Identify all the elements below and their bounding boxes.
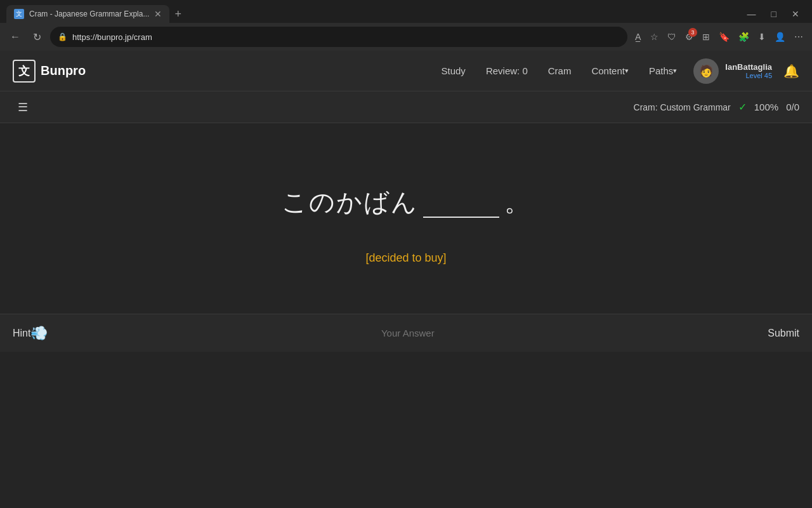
nav-links: Study Review: 0 Cram Content Paths [431, 51, 688, 91]
submit-button[interactable]: Submit [768, 328, 799, 339]
question-blank [423, 188, 499, 218]
hint-text: [decided to buy] [365, 251, 446, 265]
question-area: このかばん 。 [decided to buy] [0, 123, 812, 314]
main-content: ☰ Cram: Custom Grammar ✓ 100% 0/0 このかばん … [0, 91, 812, 508]
active-tab[interactable]: 文 Cram - Japanese Grammar Expla... ✕ [6, 5, 169, 23]
maximize-button[interactable]: □ [765, 6, 783, 22]
translate-icon[interactable]: A̲ [632, 29, 644, 44]
avatar: 🧑 [693, 58, 719, 84]
logo-text: Bunpro [41, 64, 86, 78]
back-button[interactable]: ← [6, 29, 24, 45]
score: 0/0 [786, 102, 799, 112]
answer-input[interactable] [48, 328, 768, 338]
nav-review[interactable]: Review: 0 [476, 51, 538, 91]
nav-paths[interactable]: Paths [639, 51, 687, 91]
top-bar: ☰ Cram: Custom Grammar ✓ 100% 0/0 [0, 91, 812, 123]
address-bar[interactable]: 🔒 [50, 27, 627, 47]
nav-content[interactable]: Content [581, 51, 639, 91]
downloads-icon[interactable]: ⬇ [756, 29, 768, 44]
new-tab-button[interactable]: + [169, 8, 187, 21]
browser-chrome: 文 Cram - Japanese Grammar Expla... ✕ + —… [0, 0, 812, 51]
extensions-icon[interactable]: 🧩 [736, 29, 752, 44]
bell-icon[interactable]: 🔔 [783, 64, 799, 79]
shield-icon[interactable]: 🛡 [665, 29, 679, 44]
user-info: IanBattaglia Level 45 [725, 62, 772, 79]
logo[interactable]: 文 Bunpro [13, 60, 86, 83]
tab-bar: 文 Cram - Japanese Grammar Expla... ✕ + —… [0, 0, 812, 23]
collections-icon[interactable]: 🔖 [716, 29, 732, 44]
question-before: このかばん [282, 185, 418, 220]
nav-study[interactable]: Study [431, 51, 476, 91]
hamburger-icon[interactable]: ☰ [13, 98, 33, 117]
browser-toolbar: ← ↻ 🔒 A̲ ☆ 🛡 ⚙ 3 ⊞ 🔖 🧩 ⬇ 👤 ⋯ [0, 23, 812, 51]
close-tab-button[interactable]: ✕ [154, 9, 162, 19]
answer-bar: Hint 💨 Submit [0, 314, 812, 352]
more-icon[interactable]: ⋯ [792, 29, 806, 44]
nav-cram[interactable]: Cram [538, 51, 582, 91]
question-text: このかばん 。 [282, 185, 531, 220]
nav-user: 🧑 IanBattaglia Level 45 🔔 [693, 58, 799, 84]
extension-icon[interactable]: ⚙ 3 [683, 29, 696, 44]
close-button[interactable]: ✕ [785, 6, 806, 22]
running-icon: 💨 [30, 325, 48, 342]
tab-title: Cram - Japanese Grammar Expla... [29, 10, 149, 18]
extension-badge: 3 [688, 28, 697, 37]
toolbar-icons: A̲ ☆ 🛡 ⚙ 3 ⊞ 🔖 🧩 ⬇ 👤 ⋯ [632, 29, 806, 44]
avatar-emoji: 🧑 [699, 64, 713, 78]
profile-icon[interactable]: 👤 [772, 29, 788, 44]
tab-favicon: 文 [14, 9, 24, 19]
url-input[interactable] [72, 32, 620, 42]
app-nav: 文 Bunpro Study Review: 0 Cram Content Pa… [0, 51, 812, 91]
window-controls: — □ ✕ [741, 6, 806, 22]
cram-info: Cram: Custom Grammar ✓ 100% 0/0 [634, 101, 799, 113]
user-name: IanBattaglia [725, 62, 772, 72]
lock-icon: 🔒 [58, 32, 67, 41]
user-level: Level 45 [725, 72, 772, 79]
favorites-icon[interactable]: ☆ [648, 29, 661, 44]
accuracy: 100% [754, 102, 778, 112]
minimize-button[interactable]: — [741, 6, 763, 22]
logo-icon: 文 [13, 60, 36, 83]
hint-button[interactable]: Hint [13, 328, 30, 339]
check-icon: ✓ [738, 101, 747, 113]
cram-title: Cram: Custom Grammar [634, 102, 731, 112]
refresh-button[interactable]: ↻ [29, 29, 45, 46]
question-after: 。 [504, 185, 531, 220]
grid-icon[interactable]: ⊞ [700, 29, 712, 44]
